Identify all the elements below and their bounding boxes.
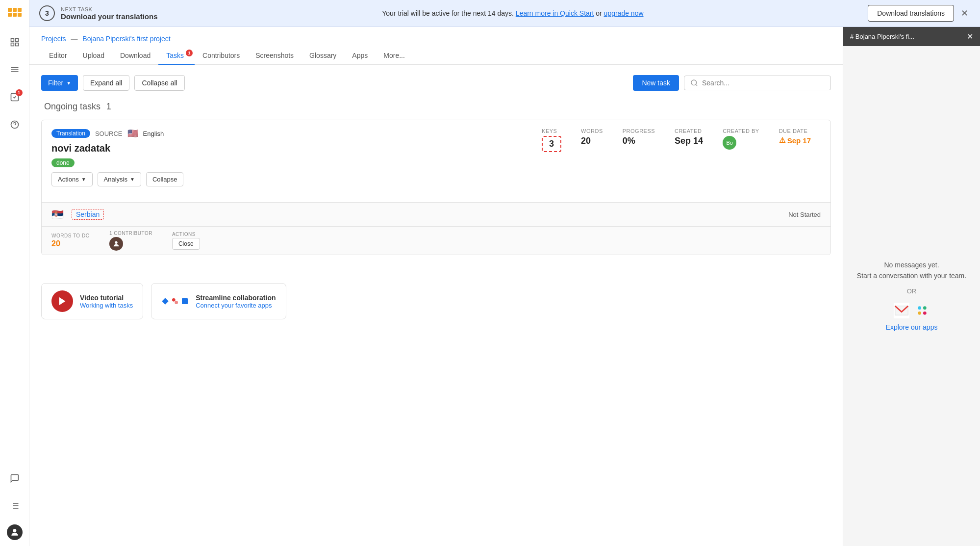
right-panel: # Bojana Piperski's fi... ✕ No messages … (843, 27, 980, 546)
created-by-label: CREATED BY (723, 128, 759, 134)
analysis-dropdown-button[interactable]: Analysis ▼ (98, 172, 141, 186)
svg-rect-6 (11, 39, 14, 42)
trial-banner: 3 NEXT TASK Download your translations Y… (29, 0, 980, 27)
projects-icon[interactable] (6, 61, 24, 78)
task-stats: KEYS 3 WORDS 20 PROGRESS 0% (532, 128, 821, 152)
banner-right: Download translations ✕ (868, 5, 970, 22)
contributors-label: 1 CONTRIBUTOR (109, 231, 152, 236)
svg-point-25 (172, 298, 176, 302)
right-panel-close-button[interactable]: ✕ (967, 32, 973, 41)
new-task-button[interactable]: New task (633, 75, 679, 91)
created-by-avatar: Bo (723, 136, 736, 150)
collapse-button[interactable]: Collapse (146, 172, 184, 186)
user-avatar[interactable] (7, 524, 23, 540)
svg-rect-7 (15, 39, 18, 42)
words-to-do-label: WORDS TO DO (51, 233, 90, 238)
search-input[interactable] (702, 79, 825, 87)
contributors-tab[interactable]: Contributors (195, 47, 248, 65)
contributors-list (109, 237, 152, 251)
projects-breadcrumb-link[interactable]: Projects (41, 35, 66, 43)
gmail-icon (894, 303, 909, 318)
created-value: Sep 14 (675, 136, 703, 146)
list-icon[interactable] (6, 497, 24, 515)
svg-rect-8 (11, 43, 14, 46)
slack-icon (914, 303, 930, 318)
play-icon (51, 290, 73, 312)
svg-point-26 (175, 301, 178, 304)
svg-point-30 (923, 306, 927, 310)
tasks-badge: 1 (16, 89, 23, 96)
lang-status: Not Started (788, 211, 821, 218)
banner-trial-text: Your trial will be active for the next 1… (382, 9, 514, 17)
collapse-all-button[interactable]: Collapse all (134, 75, 184, 91)
progress-label: PROGRESS (623, 128, 655, 134)
svg-rect-2 (18, 8, 22, 12)
filter-button[interactable]: Filter ▼ (41, 75, 78, 91)
download-tab[interactable]: Download (112, 47, 158, 65)
actions-chevron-icon: ▼ (81, 177, 86, 182)
tasks-sidebar-icon[interactable]: 1 (6, 88, 24, 106)
more-tab[interactable]: More... (376, 47, 413, 65)
streamline-card[interactable]: Streamline collaboration Connect your fa… (151, 283, 286, 319)
upload-tab[interactable]: Upload (75, 47, 112, 65)
lang-detail-actions: Close (172, 238, 200, 250)
video-tutorial-subtitle: Working with tasks (80, 302, 133, 309)
explore-apps-link[interactable]: Explore our apps (886, 323, 938, 331)
download-translations-button[interactable]: Download translations (868, 5, 954, 22)
banner-step-info: NEXT TASK Download your translations (61, 6, 158, 21)
svg-point-32 (923, 312, 927, 315)
lang-actions-item: ACTIONS Close (172, 232, 200, 250)
screenshots-tab[interactable]: Screenshots (248, 47, 302, 65)
created-by-row: Bo (723, 136, 759, 150)
task-meta: Translation SOURCE 🇺🇸 English (51, 128, 522, 139)
task-title: novi zadatak (51, 143, 522, 154)
content-area: Projects — Bojana Piperski's first proje… (29, 27, 980, 546)
task-source-label: SOURCE (95, 130, 123, 137)
sidebar-logo[interactable] (6, 6, 24, 24)
main-content: Projects — Bojana Piperski's first proje… (29, 27, 843, 546)
tasks-tab[interactable]: Tasks 1 (158, 47, 195, 65)
source-flag: 🇺🇸 (127, 128, 138, 139)
svg-rect-1 (13, 8, 17, 12)
banner-message: Your trial will be active for the next 1… (382, 9, 643, 17)
tasks-area: Filter ▼ Expand all Collapse all New tas… (29, 65, 843, 273)
lang-name[interactable]: Serbian (72, 209, 104, 220)
breadcrumb-separator: — (71, 35, 77, 43)
dashboard-icon[interactable] (6, 33, 24, 51)
editor-tab[interactable]: Editor (41, 47, 75, 65)
glossary-tab[interactable]: Glossary (302, 47, 344, 65)
messages-icon[interactable] (6, 469, 24, 487)
actions-dropdown-button[interactable]: Actions ▼ (51, 172, 93, 186)
svg-point-22 (115, 241, 117, 244)
banner-or: or (596, 9, 603, 17)
svg-rect-4 (13, 13, 17, 17)
sidebar: 1 (0, 0, 29, 546)
warning-icon: ⚠ (779, 136, 785, 145)
banner-close-button[interactable]: ✕ (959, 6, 970, 21)
box-icon (181, 297, 189, 305)
svg-point-31 (918, 312, 921, 315)
video-tutorial-card[interactable]: Video tutorial Working with tasks (41, 283, 143, 319)
contributors-item: 1 CONTRIBUTOR (109, 231, 152, 251)
expand-all-button[interactable]: Expand all (83, 75, 129, 91)
breadcrumb: Projects — Bojana Piperski's first proje… (29, 27, 843, 47)
tasks-toolbar: Filter ▼ Expand all Collapse all New tas… (41, 75, 831, 91)
diamond-icon (161, 297, 169, 305)
task-actions-row: Actions ▼ Analysis ▼ Collapse (51, 172, 522, 186)
quick-start-link[interactable]: Learn more in Quick Start (516, 9, 594, 17)
step-badge: 3 (39, 5, 55, 21)
tasks-toolbar-right: New task (633, 75, 831, 91)
help-icon[interactable] (6, 116, 24, 133)
svg-marker-24 (162, 298, 168, 304)
video-tutorial-text: Video tutorial Working with tasks (80, 294, 133, 309)
created-by-stat: CREATED BY Bo (723, 128, 759, 152)
analysis-chevron-icon: ▼ (130, 177, 135, 182)
upgrade-link[interactable]: upgrade now (604, 9, 644, 17)
apps-tab[interactable]: Apps (344, 47, 376, 65)
search-box (684, 76, 831, 90)
task-lang-row: 🇷🇸 Serbian Not Started (42, 202, 830, 226)
svg-rect-0 (8, 8, 12, 12)
svg-rect-27 (182, 298, 188, 304)
close-lang-button[interactable]: Close (172, 238, 200, 250)
project-breadcrumb-link[interactable]: Bojana Piperski's first project (82, 35, 170, 43)
